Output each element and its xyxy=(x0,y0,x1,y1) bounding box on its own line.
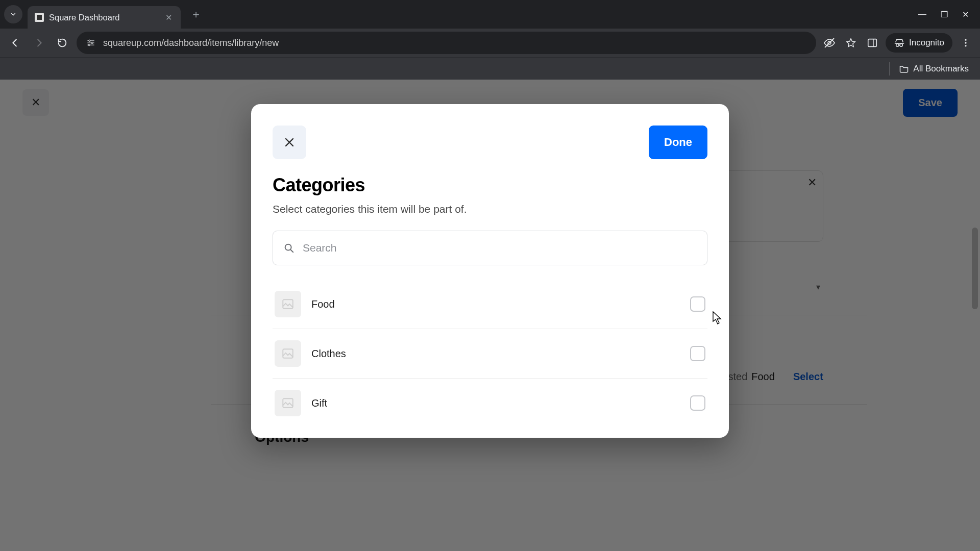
svg-line-14 xyxy=(291,250,293,253)
done-button[interactable]: Done xyxy=(649,126,707,159)
arrow-left-icon xyxy=(10,37,21,48)
search-field[interactable] xyxy=(273,231,707,265)
category-row[interactable]: Food xyxy=(273,280,707,329)
incognito-label: Incognito xyxy=(909,38,944,48)
category-checkbox[interactable] xyxy=(690,296,705,312)
search-icon xyxy=(283,242,295,254)
tab-close-button[interactable]: ✕ xyxy=(163,13,174,22)
category-list: Food Clothes Gift xyxy=(273,280,707,428)
svg-point-13 xyxy=(285,244,291,251)
svg-rect-5 xyxy=(868,39,877,47)
eye-off-icon[interactable] xyxy=(821,35,838,51)
nav-reload-button[interactable] xyxy=(53,34,71,52)
site-settings-icon[interactable] xyxy=(86,38,96,48)
tab-title: Square Dashboard xyxy=(49,13,158,22)
window-minimize-button[interactable]: — xyxy=(918,10,926,19)
all-bookmarks-label: All Bookmarks xyxy=(913,64,969,74)
svg-point-10 xyxy=(965,39,966,41)
svg-point-7 xyxy=(896,44,899,47)
tab-search-button[interactable] xyxy=(4,5,22,23)
divider xyxy=(889,62,890,76)
square-favicon xyxy=(35,13,44,22)
browser-menu-button[interactable] xyxy=(958,35,974,51)
svg-point-2 xyxy=(88,44,90,46)
svg-point-0 xyxy=(89,40,90,41)
browser-tab[interactable]: Square Dashboard ✕ xyxy=(28,6,181,29)
modal-title: Categories xyxy=(273,174,707,196)
url-text: squareup.com/dashboard/items/library/new xyxy=(103,38,279,48)
category-thumb-placeholder xyxy=(275,340,301,367)
category-row[interactable]: Clothes xyxy=(273,329,707,379)
nav-back-button[interactable] xyxy=(6,34,24,52)
svg-point-8 xyxy=(900,44,903,47)
address-bar[interactable]: squareup.com/dashboard/items/library/new xyxy=(77,32,816,54)
reload-icon xyxy=(57,37,68,48)
bookmark-star-button[interactable] xyxy=(843,35,859,51)
svg-rect-17 xyxy=(283,398,293,407)
svg-rect-16 xyxy=(283,349,293,358)
chevron-down-icon xyxy=(10,11,17,18)
window-close-button[interactable]: ✕ xyxy=(962,10,969,19)
category-thumb-placeholder xyxy=(275,291,301,317)
browser-titlebar: Square Dashboard ✕ ＋ — ❐ ✕ xyxy=(0,0,980,29)
folder-icon xyxy=(899,64,909,74)
modal-close-button[interactable] xyxy=(273,126,306,159)
image-icon xyxy=(281,396,295,410)
bookmarks-bar: All Bookmarks xyxy=(0,57,980,80)
svg-rect-15 xyxy=(283,299,293,308)
browser-toolbar: squareup.com/dashboard/items/library/new… xyxy=(0,29,980,57)
category-name: Clothes xyxy=(311,348,346,360)
side-panel-button[interactable] xyxy=(864,35,880,51)
category-name: Gift xyxy=(311,397,327,409)
all-bookmarks-button[interactable]: All Bookmarks xyxy=(899,64,969,74)
incognito-indicator[interactable]: Incognito xyxy=(886,33,952,53)
category-checkbox[interactable] xyxy=(690,395,705,411)
app-viewport: ✕ Save Primary ✕ Location Moodjoy ▾ Cate… xyxy=(0,80,980,551)
new-tab-button[interactable]: ＋ xyxy=(188,6,204,22)
category-row[interactable]: Gift xyxy=(273,379,707,428)
svg-point-11 xyxy=(965,42,966,43)
category-thumb-placeholder xyxy=(275,390,301,416)
categories-modal: Done Categories Select categories this i… xyxy=(251,104,729,438)
modal-subtitle: Select categories this item will be part… xyxy=(273,203,707,215)
incognito-icon xyxy=(894,37,905,48)
search-input[interactable] xyxy=(303,242,697,254)
window-maximize-button[interactable]: ❐ xyxy=(941,10,948,19)
category-checkbox[interactable] xyxy=(690,346,705,361)
image-icon xyxy=(281,347,295,360)
category-name: Food xyxy=(311,298,335,310)
nav-forward-button[interactable] xyxy=(30,34,48,52)
close-icon xyxy=(283,136,296,148)
image-icon xyxy=(281,297,295,311)
arrow-right-icon xyxy=(33,37,44,48)
svg-point-12 xyxy=(965,45,966,46)
svg-point-1 xyxy=(91,42,93,43)
